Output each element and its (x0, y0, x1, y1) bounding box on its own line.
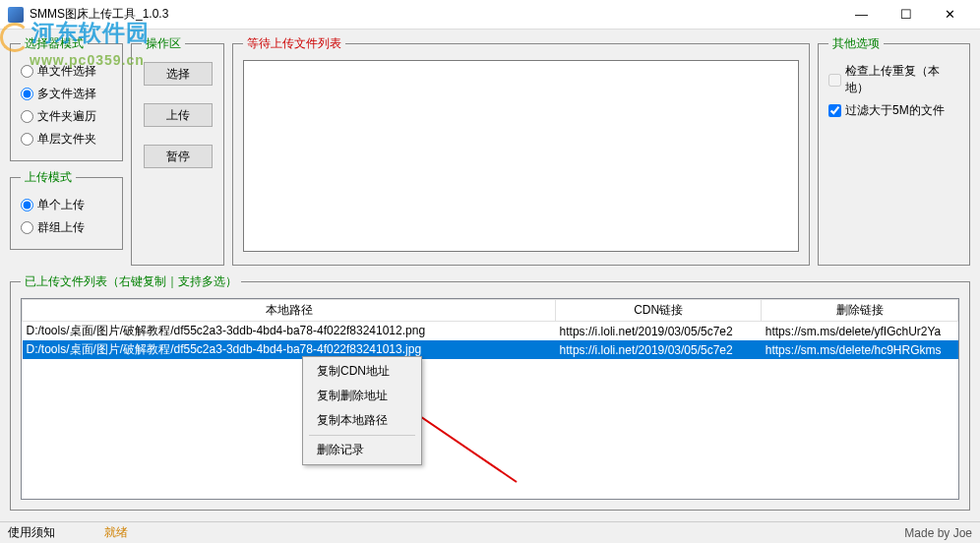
operation-legend: 操作区 (142, 35, 185, 52)
context-menu: 复制CDN地址 复制删除地址 复制本地路径 删除记录 (302, 356, 422, 465)
radio-folder-recursive[interactable]: 文件夹遍历 (21, 105, 112, 128)
pause-button[interactable]: 暂停 (144, 145, 213, 168)
select-mode-group: 选择器模式 单文件选择 多文件选择 文件夹遍历 单层文件夹 (10, 35, 123, 161)
radio-upload-group[interactable]: 群组上传 (21, 216, 112, 239)
other-options-legend: 其他选项 (828, 35, 884, 52)
upload-button[interactable]: 上传 (144, 103, 213, 127)
select-mode-legend: 选择器模式 (21, 35, 88, 52)
minimize-button[interactable]: — (839, 1, 884, 29)
other-options-group: 其他选项 检查上传重复（本地） 过滤大于5M的文件 (818, 35, 970, 266)
operation-group: 操作区 选择 上传 暂停 (131, 35, 224, 266)
menu-delete-record[interactable]: 删除记录 (305, 438, 419, 462)
check-duplicate[interactable]: 检查上传重复（本地） (828, 60, 959, 99)
radio-upload-single[interactable]: 单个上传 (21, 194, 112, 216)
waiting-list-group: 等待上传文件列表 (232, 35, 810, 266)
menu-separator (309, 435, 415, 436)
uploaded-list-legend: 已上传文件列表（右键复制｜支持多选） (21, 273, 241, 290)
table-row[interactable]: D:/tools/桌面/图片/破解教程/df55c2a3-3ddb-4bd4-b… (23, 322, 958, 341)
waiting-list-legend: 等待上传文件列表 (243, 35, 345, 52)
status-ready: 就绪 (104, 524, 128, 541)
upload-mode-legend: 上传模式 (21, 169, 76, 186)
radio-folder-flat[interactable]: 单层文件夹 (21, 128, 112, 151)
usage-link[interactable]: 使用须知 (8, 524, 55, 541)
menu-copy-local[interactable]: 复制本地路径 (305, 408, 419, 433)
menu-copy-cdn[interactable]: 复制CDN地址 (305, 359, 419, 384)
radio-single-file[interactable]: 单文件选择 (21, 60, 112, 83)
radio-multi-file[interactable]: 多文件选择 (21, 83, 112, 105)
credit-label: Made by Joe (904, 526, 972, 540)
col-cdn-link[interactable]: CDN链接 (556, 300, 762, 322)
select-button[interactable]: 选择 (144, 62, 213, 86)
table-row[interactable]: D:/tools/桌面/图片/破解教程/df55c2a3-3ddb-4bd4-b… (23, 340, 958, 359)
statusbar: 使用须知 就绪 Made by Joe (0, 521, 980, 543)
app-icon (8, 7, 24, 23)
uploaded-list-group: 已上传文件列表（右键复制｜支持多选） 本地路径 CDN链接 删除链接 D:/to… (10, 273, 970, 511)
col-delete-link[interactable]: 删除链接 (762, 300, 958, 322)
col-local-path[interactable]: 本地路径 (23, 300, 556, 322)
uploaded-table[interactable]: 本地路径 CDN链接 删除链接 D:/tools/桌面/图片/破解教程/df55… (22, 299, 958, 359)
check-filter-5m[interactable]: 过滤大于5M的文件 (828, 99, 959, 122)
menu-copy-delete[interactable]: 复制删除地址 (305, 384, 419, 408)
window-controls: — ☐ ✕ (839, 1, 972, 29)
upload-mode-group: 上传模式 单个上传 群组上传 (10, 169, 123, 250)
maximize-button[interactable]: ☐ (884, 1, 928, 29)
waiting-list-textarea[interactable] (243, 60, 799, 252)
titlebar: SMMS图床上传工具_1.0.3 — ☐ ✕ (0, 0, 980, 30)
window-title: SMMS图床上传工具_1.0.3 (30, 6, 839, 23)
close-button[interactable]: ✕ (928, 1, 972, 29)
